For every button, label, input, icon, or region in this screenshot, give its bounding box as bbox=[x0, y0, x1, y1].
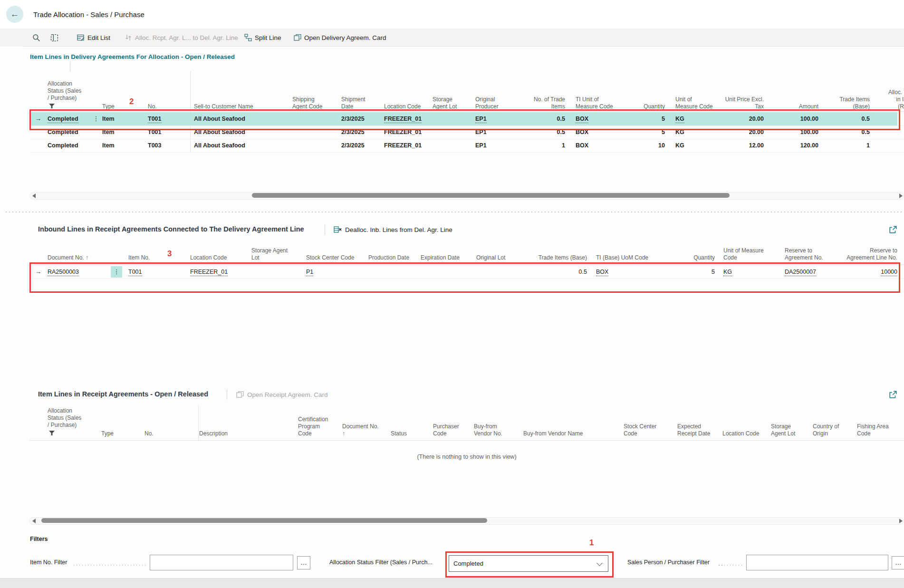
column-header-no[interactable]: No. bbox=[144, 430, 183, 437]
column-header-reserve-to[interactable]: Reserve to Agreement No. bbox=[785, 247, 837, 261]
cell-quantity[interactable]: 5 bbox=[661, 265, 715, 279]
cell-amount[interactable]: 100.00 bbox=[776, 125, 818, 139]
link-value[interactable]: RA2500003 bbox=[48, 269, 79, 276]
item-no-filter-lookup-button[interactable]: … bbox=[297, 556, 310, 569]
column-header-alloc-tis[interactable]: Alloc. TIs in Inb. (Rcpt bbox=[874, 89, 904, 110]
column-header-quantity[interactable]: Quantity bbox=[625, 103, 665, 110]
cell-original[interactable]: EP1 bbox=[475, 112, 518, 125]
column-header-unit-of-measure[interactable]: Unit of Measure Code bbox=[723, 247, 769, 261]
cell-unit-of-measure[interactable]: KG bbox=[723, 265, 769, 279]
cell-stock-center-code[interactable]: P1 bbox=[306, 265, 365, 279]
column-header-document-no[interactable]: Document No. ↑ bbox=[48, 254, 108, 261]
cell-location-code[interactable]: FREEZER_01 bbox=[384, 125, 431, 139]
column-header-type[interactable]: Type bbox=[102, 103, 146, 110]
cell-item-no[interactable]: T001 bbox=[128, 265, 188, 279]
cell-no[interactable]: T001 bbox=[148, 112, 188, 125]
cell-unit-price-excl[interactable]: 20.00 bbox=[721, 125, 764, 139]
column-header-quantity[interactable]: Quantity bbox=[661, 254, 715, 261]
column-header-type[interactable]: Type bbox=[101, 430, 139, 437]
search-button[interactable] bbox=[32, 29, 40, 47]
column-header-ti-unit-of[interactable]: TI Unit of Measure Code bbox=[576, 96, 628, 110]
link-value[interactable]: BOX bbox=[576, 116, 588, 123]
link-value[interactable]: Completed bbox=[48, 116, 78, 123]
cell-allocation[interactable]: Completed bbox=[48, 125, 100, 139]
column-header-ti-base-uom-code[interactable]: TI (Base) UoM Code bbox=[596, 254, 653, 261]
allocation-status-filter-dropdown[interactable]: Completed bbox=[449, 555, 608, 572]
cell-unit-of[interactable]: KG bbox=[675, 139, 723, 152]
cell-sell-to-customer-name[interactable]: All About Seafood bbox=[194, 125, 289, 139]
open-receipt-card-button[interactable]: Open Receipt Agreem. Card bbox=[236, 389, 328, 400]
column-header-trade-items[interactable]: Trade Items (Base) bbox=[827, 96, 870, 110]
link-value[interactable]: FREEZER_01 bbox=[384, 116, 422, 123]
edit-list-button[interactable]: Edit List bbox=[77, 29, 110, 47]
scrollbar-thumb[interactable] bbox=[41, 518, 487, 523]
column-header-certification[interactable]: Certification Program Code bbox=[298, 416, 341, 437]
column-header-item-no[interactable]: Item No. bbox=[128, 254, 188, 261]
cell-no[interactable]: T003 bbox=[148, 139, 188, 152]
column-header-production-date[interactable]: Production Date bbox=[368, 254, 418, 261]
cell-sell-to-customer-name[interactable]: All About Seafood bbox=[194, 112, 289, 125]
column-header-stock-center-code[interactable]: Stock Center Code bbox=[306, 254, 365, 261]
column-header-allocation[interactable]: Allocation Status (Sales / Purchase) bbox=[48, 80, 100, 102]
cell-no-of-trade[interactable]: 0.5 bbox=[522, 112, 565, 125]
column-header-amount[interactable]: Amount bbox=[776, 103, 818, 110]
scroll-left-arrow[interactable] bbox=[32, 193, 36, 198]
sales-person-filter-input[interactable] bbox=[746, 555, 888, 570]
cell-shipment[interactable]: 2/3/2025 bbox=[341, 139, 381, 152]
cell-original[interactable]: EP1 bbox=[475, 139, 518, 152]
cell-no-of-trade[interactable]: 1 bbox=[522, 139, 565, 152]
cell-unit-of[interactable]: KG bbox=[675, 112, 723, 125]
column-header-reserve-to[interactable]: Reserve to Agreement Line No. bbox=[834, 247, 897, 261]
back-button[interactable]: ← bbox=[6, 6, 23, 23]
open-delivery-card-button[interactable]: Open Delivery Agreem. Card bbox=[294, 29, 386, 47]
link-value[interactable]: KG bbox=[723, 269, 732, 276]
cell-quantity[interactable]: 10 bbox=[625, 139, 665, 152]
cell-original[interactable]: EP1 bbox=[475, 125, 518, 139]
cell-ti-unit-of[interactable]: BOX bbox=[576, 125, 628, 139]
column-header-document-no[interactable]: Document No. ↑ bbox=[342, 423, 390, 437]
column-header-purchaser[interactable]: Purchaser Code bbox=[433, 423, 471, 437]
scrollbar-thumb[interactable] bbox=[252, 193, 730, 198]
column-header-storage-agent[interactable]: Storage Agent Lot bbox=[251, 247, 304, 261]
link-value[interactable]: T001 bbox=[148, 116, 162, 123]
views-button[interactable] bbox=[50, 29, 58, 47]
column-header-expected[interactable]: Expected Receipt Date bbox=[677, 423, 722, 437]
scroll-left-arrow[interactable] bbox=[32, 519, 36, 523]
section2-share-button[interactable] bbox=[889, 225, 897, 236]
section3-share-button[interactable] bbox=[889, 390, 897, 401]
row-menu-button[interactable]: ⋮ bbox=[111, 266, 122, 278]
link-value[interactable]: KG bbox=[675, 116, 684, 123]
cell-trade-items[interactable]: 0.5 bbox=[827, 112, 870, 125]
column-header-buy-from-vendor-name[interactable]: Buy-from Vendor Name bbox=[523, 430, 604, 437]
link-value[interactable]: EP1 bbox=[475, 116, 487, 123]
cell-ti-base-uom-code[interactable]: BOX bbox=[596, 265, 653, 279]
link-value[interactable]: P1 bbox=[306, 269, 313, 276]
column-header-storage[interactable]: Storage Agent Lot bbox=[771, 423, 809, 437]
link-value[interactable]: DA2500007 bbox=[785, 269, 816, 276]
cell-shipment[interactable]: 2/3/2025 bbox=[341, 112, 381, 125]
column-header-fishing-area[interactable]: Fishing Area Code bbox=[857, 423, 900, 437]
cell-quantity[interactable]: 5 bbox=[625, 125, 665, 139]
cell-unit-price-excl[interactable]: 20.00 bbox=[721, 112, 764, 125]
cell-allocation[interactable]: Completed bbox=[48, 139, 100, 152]
cell-location-code[interactable]: FREEZER_01 bbox=[384, 112, 431, 125]
column-header-buy-from[interactable]: Buy-from Vendor No. bbox=[474, 423, 517, 437]
cell-type[interactable]: Item bbox=[102, 139, 146, 152]
cell-shipment[interactable]: 2/3/2025 bbox=[341, 125, 381, 139]
split-line-button[interactable]: Split Line bbox=[244, 29, 281, 47]
cell-no-of-trade[interactable]: 0.5 bbox=[522, 125, 565, 139]
column-header-unit-price-excl[interactable]: Unit Price Excl. Tax bbox=[721, 96, 764, 110]
column-header-no[interactable]: No. bbox=[148, 103, 188, 110]
cell-sell-to-customer-name[interactable]: All About Seafood bbox=[194, 139, 289, 152]
cell-type[interactable]: Item bbox=[102, 125, 146, 139]
column-header-shipment[interactable]: Shipment Date bbox=[341, 96, 381, 110]
column-header-trade-items-base[interactable]: Trade Items (Base) bbox=[516, 254, 587, 261]
cell-trade-items[interactable]: 0.5 bbox=[827, 125, 870, 139]
cell-ti-unit-of[interactable]: BOX bbox=[576, 139, 628, 152]
cell-amount[interactable]: 120.00 bbox=[776, 139, 818, 152]
cell-trade-items-base[interactable]: 0.5 bbox=[516, 265, 587, 279]
column-header-description[interactable]: Description bbox=[199, 430, 275, 437]
alloc-rcpt-to-del-button[interactable]: Alloc. Rcpt. Agr. L... to Del. Agr. Line bbox=[125, 29, 238, 47]
column-header-storage[interactable]: Storage Agent Lot bbox=[433, 96, 473, 110]
scroll-right-arrow[interactable] bbox=[899, 193, 903, 198]
